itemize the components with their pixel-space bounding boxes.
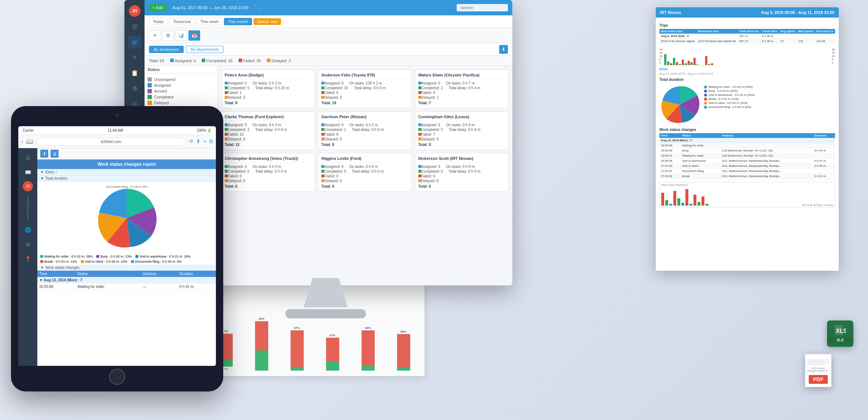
view-by-employees[interactable]: By employees bbox=[149, 46, 184, 53]
tablet-sidebar-grid[interactable]: ⊞ bbox=[22, 239, 34, 250]
report-pie-section: Waiting for order - 0 h 02 m (29%) Busy … bbox=[659, 85, 835, 125]
tablet-pie-labels: Waiting for order - 0 h 02 m: 28% Busy -… bbox=[37, 255, 216, 265]
tablet-browser-bar: ‹ 📖 b2field.com ↺ ⬆ + ⧉ bbox=[18, 135, 216, 148]
report-trips-table: Movement start Movement end Total drive … bbox=[659, 29, 835, 44]
bar-group: 63% bbox=[352, 326, 384, 371]
generated-reports-label: Generated reports bbox=[26, 196, 30, 220]
stats-bar: Total: 64 Assigned: 0 Completed: 26 Fail… bbox=[145, 56, 512, 66]
tablet-time: 11:46 AM bbox=[108, 128, 123, 132]
filter-today[interactable]: Today bbox=[149, 18, 168, 25]
tablet-sidebar-globe[interactable]: 🌐 bbox=[22, 224, 34, 236]
tablet-expand-duration[interactable]: ▼ bbox=[40, 176, 44, 180]
stat-assigned: Assigned: 0 bbox=[175, 59, 196, 63]
stat-total: Total: 64 bbox=[149, 59, 164, 63]
stat-failed: Failed: 35 bbox=[243, 59, 261, 63]
ws-duration: 0 h 01 m bbox=[177, 284, 216, 290]
tablet-browser-actions: ↺ ⬆ + ⧉ bbox=[189, 138, 213, 145]
icon-tabs: ≡ ⊞ 📊 📅 bbox=[145, 28, 512, 43]
sidebar-icon-grid[interactable]: ⊞ bbox=[128, 35, 141, 49]
tablet-report-header: Work status changes report bbox=[37, 160, 216, 169]
emp-card-clarke: Clarke Thomas (Ford Explorer) Assigned: … bbox=[221, 111, 315, 150]
view-by-departments[interactable]: By departments bbox=[186, 46, 224, 53]
filter-this-week[interactable]: This week bbox=[197, 18, 223, 25]
tablet-expand-ws[interactable]: ▼ bbox=[40, 266, 44, 270]
report-pie-labels: Waiting for order - 0 h 02 m (29%) Busy … bbox=[704, 85, 835, 125]
report-chart-legend: ■ Compl ■ Failed ■ Delay bbox=[802, 204, 833, 206]
ws-status: Waiting for order bbox=[76, 284, 141, 290]
report-date-range: Aug 5, 2018 00:00 - Aug 11, 2018 23:59 bbox=[761, 10, 834, 15]
sidebar-icon-list[interactable]: ≡ bbox=[128, 51, 141, 64]
ws-time: 16:55:00 bbox=[37, 284, 76, 290]
tablet-sidebar-menu[interactable]: ☰ bbox=[22, 152, 34, 164]
sidebar-icon-settings[interactable]: ⚙ bbox=[128, 82, 141, 95]
bar-group: 67% bbox=[317, 334, 348, 371]
bar-group: 83% bbox=[388, 330, 419, 371]
app-toolbar: + Add Aug 01, 2017 00:00 — Jun 29, 2018 … bbox=[145, 0, 512, 15]
report-header: IRT Nissan Aug 5, 2018 00:00 - Aug 11, 2… bbox=[656, 7, 839, 18]
emp-card-dickerson: Dickerson Scott (IRT Nissan) Assigned: 0… bbox=[415, 153, 509, 192]
tablet-sidebar-avatar: JR bbox=[23, 181, 33, 191]
tablet-ws-table: Time Status Address Duration ▼ Aug 13, 2… bbox=[37, 271, 216, 290]
report-trips-title: Trips bbox=[659, 23, 835, 27]
report-total-duration-title: Total duration bbox=[659, 78, 835, 82]
ws-section-date: ▼ Aug 13, 2018 (Mon) : 7 bbox=[37, 277, 216, 284]
emp-card-higgins: Higgins Leslie (Ford) Assigned: 0 On tas… bbox=[318, 153, 412, 192]
bar-group: 37% bbox=[281, 326, 313, 371]
tablet-book-icon[interactable]: 📖 bbox=[26, 138, 33, 145]
report-numbers-row: 30201050 30 bbox=[659, 47, 835, 65]
tablet-reload-icon[interactable]: ↺ bbox=[189, 138, 193, 145]
tablet-frame: Carrier 11:46 AM 100% 🔋 ‹ 📖 b2field.com … bbox=[11, 106, 223, 391]
add-button[interactable]: + Add bbox=[149, 4, 167, 11]
sidebar-icon-menu[interactable]: ☰ bbox=[128, 20, 141, 33]
emp-card-garrison: Garrison Peter (Nissan) Assigned: 0 On t… bbox=[318, 111, 412, 150]
tablet-duration-section-header: ▼ Total duration bbox=[37, 176, 216, 181]
filter-tomorrow[interactable]: Tomorrow bbox=[169, 18, 195, 25]
sidebar-icon-clipboard[interactable]: 📋 bbox=[128, 66, 141, 79]
emp-card-anderson: Anderson Felix (Toyota 978) Assigned: 0 … bbox=[318, 70, 412, 108]
tablet-report-toolbar: ⬇ 🖨 bbox=[37, 148, 216, 160]
tab-chart-view[interactable]: 📊 bbox=[175, 30, 187, 41]
filter-this-month[interactable]: This month bbox=[224, 18, 252, 25]
pdf-subtitle: Work status changes report: E... bbox=[805, 367, 831, 372]
tablet-back-button[interactable]: ‹ bbox=[21, 138, 23, 145]
tablet-container: Carrier 11:46 AM 100% 🔋 ‹ 📖 b2field.com … bbox=[11, 106, 223, 391]
report-pie-chart bbox=[659, 85, 700, 125]
tablet-pie-chart bbox=[94, 185, 160, 251]
tab-grid-view[interactable]: ⊞ bbox=[162, 30, 174, 41]
tablet-expand-icon[interactable]: ▼ bbox=[40, 170, 44, 174]
xls-file-icon: XLS bbox=[834, 325, 846, 337]
report-bar-chart: Work status distribution ■ Compl ■ Faile… bbox=[659, 182, 835, 207]
user-avatar: JR bbox=[129, 5, 141, 17]
cards-grid: Peters Aron (Dodge) Assigned: 0 On tasks… bbox=[218, 66, 512, 285]
emp-card-cunningham: Cunningham Giles (Lexus) Assigned: 0 On … bbox=[415, 111, 509, 150]
export-icon[interactable]: ⬇ bbox=[499, 45, 508, 54]
xls-label: XLS bbox=[827, 337, 853, 343]
tablet-add-tab-icon[interactable]: + bbox=[203, 138, 206, 145]
search-input[interactable] bbox=[457, 4, 508, 11]
tablet-download-icon[interactable]: ⬇ bbox=[40, 150, 48, 158]
date-range: Aug 01, 2017 00:00 — Jun 29, 2018 23:59 bbox=[172, 5, 248, 10]
tablet-tabs-icon[interactable]: ⧉ bbox=[209, 138, 213, 145]
tablet-sidebar-location[interactable]: 📍 bbox=[22, 253, 34, 265]
tablet-share-icon[interactable]: ⬆ bbox=[196, 138, 201, 145]
tablet-sidebar-book[interactable]: 📖 bbox=[22, 166, 34, 178]
tab-calendar-view[interactable]: 📅 bbox=[188, 30, 200, 41]
stat-delayed: Delayed: 3 bbox=[272, 59, 291, 63]
tablet-content: ☰ 📖 JR Generated reports 🌐 ⊞ 📍 ⬇ 🖨 Work … bbox=[18, 148, 216, 366]
tablet-status-bar: Carrier 11:46 AM 100% 🔋 bbox=[18, 126, 216, 135]
stat-completed: Completed: 26 bbox=[206, 59, 233, 63]
emp-card-waters: Waters Elwin (Chrysler Pacifica) Assigne… bbox=[415, 70, 509, 108]
tablet-carrier: Carrier bbox=[23, 128, 34, 132]
tab-list-view[interactable]: ≡ bbox=[149, 30, 161, 41]
status-badge[interactable]: Status: any bbox=[254, 18, 281, 25]
tablet-url-bar[interactable]: b2field.com bbox=[36, 138, 186, 146]
filter-bar: Today Tomorrow This week This month Stat… bbox=[145, 15, 512, 28]
pdf-export-icon[interactable]: Work status changes report: E... PDF bbox=[805, 354, 831, 387]
report-content: Trips Movement start Movement end Total … bbox=[656, 18, 839, 213]
report-elwin-title: Elwin bbox=[659, 67, 835, 71]
report-title: IRT Nissan bbox=[660, 10, 681, 15]
tablet-home-button[interactable] bbox=[109, 369, 125, 385]
pdf-lines bbox=[805, 357, 831, 367]
xls-export-icon[interactable]: XLS XLS bbox=[827, 320, 853, 347]
tablet-print-icon[interactable]: 🖨 bbox=[50, 150, 59, 158]
